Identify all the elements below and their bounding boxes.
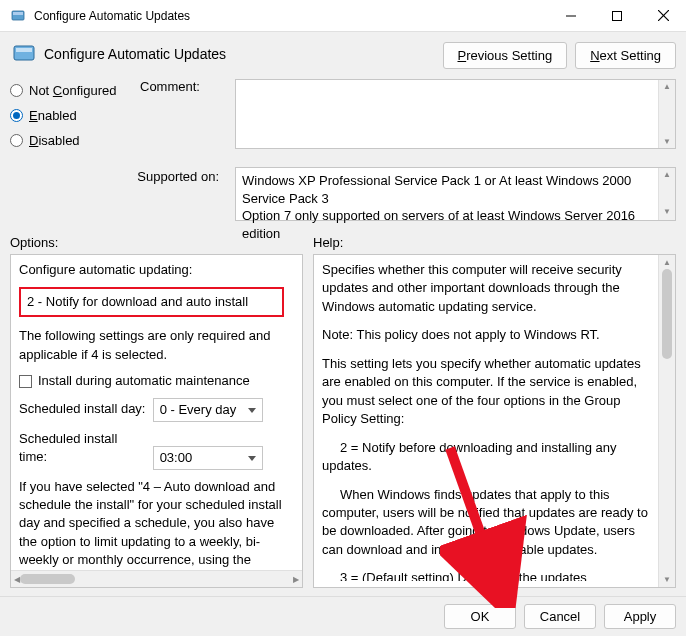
svg-rect-7 bbox=[16, 48, 32, 52]
next-setting-button[interactable]: Next Setting bbox=[575, 42, 676, 69]
options-pane: Configure automatic updating: 2 - Notify… bbox=[10, 254, 303, 588]
help-label: Help: bbox=[313, 235, 343, 250]
svg-rect-1 bbox=[13, 12, 23, 15]
app-icon bbox=[10, 8, 26, 24]
help-text: When Windows finds updates that apply to… bbox=[322, 486, 649, 560]
help-text: This setting lets you specify whether au… bbox=[322, 355, 649, 429]
svg-rect-3 bbox=[613, 11, 622, 20]
apply-button[interactable]: Apply bbox=[604, 604, 676, 629]
update-mode-dropdown[interactable]: 2 - Notify for download and auto install bbox=[19, 287, 284, 317]
comment-label: Comment: bbox=[140, 79, 235, 149]
help-text: 2 = Notify before downloading and instal… bbox=[322, 439, 649, 476]
previous-setting-button[interactable]: Previous Setting bbox=[443, 42, 568, 69]
comment-textarea[interactable]: ▲▼ bbox=[235, 79, 676, 149]
supported-on-label: Supported on: bbox=[10, 167, 235, 221]
radio-icon bbox=[10, 134, 23, 147]
close-button[interactable] bbox=[640, 0, 686, 31]
scrollbar-vertical[interactable]: ▲▼ bbox=[658, 255, 675, 587]
help-text: 3 = (Default setting) Download the updat… bbox=[322, 569, 649, 581]
install-time-select[interactable]: 03:00 bbox=[153, 446, 263, 470]
help-text: Specifies whether this computer will rec… bbox=[322, 261, 649, 316]
schedule-explanation-text: If you have selected "4 – Auto download … bbox=[19, 478, 294, 570]
page-title: Configure Automatic Updates bbox=[44, 46, 226, 62]
help-text: Note: This policy does not apply to Wind… bbox=[322, 326, 649, 344]
radio-icon bbox=[10, 109, 23, 122]
install-during-maintenance-checkbox[interactable]: Install during automatic maintenance bbox=[38, 373, 250, 388]
scrollbar-vertical[interactable]: ▲▼ bbox=[658, 80, 675, 148]
radio-disabled[interactable]: Disabled bbox=[10, 133, 140, 148]
ok-button[interactable]: OK bbox=[444, 604, 516, 629]
help-pane: Specifies whether this computer will rec… bbox=[313, 254, 676, 588]
scrollbar-vertical[interactable]: ▲▼ bbox=[658, 168, 675, 220]
install-day-select[interactable]: 0 - Every day bbox=[153, 398, 263, 422]
install-day-label: Scheduled install day: bbox=[19, 400, 149, 418]
window-title: Configure Automatic Updates bbox=[34, 9, 548, 23]
install-time-label: Scheduled install time: bbox=[19, 430, 149, 466]
checkbox-icon[interactable] bbox=[19, 375, 32, 388]
cancel-button[interactable]: Cancel bbox=[524, 604, 596, 629]
configure-updating-label: Configure automatic updating: bbox=[19, 261, 294, 279]
radio-enabled[interactable]: Enabled bbox=[10, 108, 140, 123]
maximize-button[interactable] bbox=[594, 0, 640, 31]
supported-on-text: Windows XP Professional Service Pack 1 o… bbox=[235, 167, 676, 221]
radio-not-configured[interactable]: Not Configured bbox=[10, 83, 140, 98]
following-settings-text: The following settings are only required… bbox=[19, 327, 294, 363]
scrollbar-horizontal[interactable]: ◀▶ bbox=[11, 570, 302, 587]
setting-icon bbox=[10, 40, 38, 68]
radio-icon bbox=[10, 84, 23, 97]
minimize-button[interactable] bbox=[548, 0, 594, 31]
